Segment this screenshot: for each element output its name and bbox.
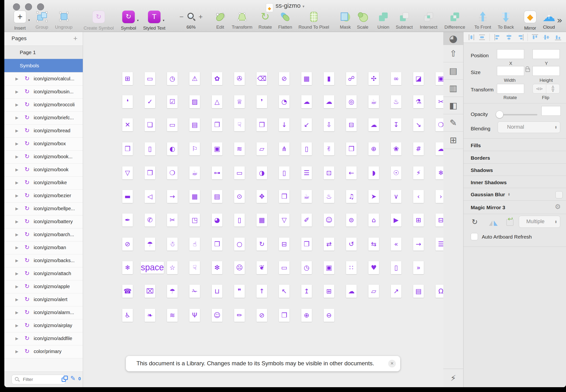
symbol-list-item[interactable]: ▶↻icon/gizmo/busin...	[4, 86, 83, 98]
symbol-card-folder[interactable]: ▱	[257, 142, 267, 155]
selection-button[interactable]: ◧	[443, 97, 463, 114]
symbol-card-layers-2[interactable]: ⊡	[324, 167, 334, 179]
symbol-card-import[interactable]: ↧	[391, 118, 401, 131]
intersect-button[interactable]: Intersect	[417, 11, 440, 30]
symbol-card-unlock[interactable]: ⊔	[212, 285, 222, 298]
symbol-card-waves[interactable]: ≋	[234, 142, 245, 155]
symbol-card-cloud-up[interactable]: ☁	[346, 285, 357, 298]
symbol-card-airplay[interactable]: ▭	[145, 72, 155, 85]
symbol-card-doc-cup[interactable]: ❐	[212, 118, 222, 131]
symbol-card-user[interactable]: Ω	[435, 285, 443, 298]
symbol-card-flag[interactable]: ⚐	[189, 142, 200, 155]
disclosure-triangle-icon[interactable]: ▶	[15, 336, 18, 341]
symbol-card-doc-flag[interactable]: ❐	[301, 238, 312, 251]
symbol-card-layers[interactable]: ☰	[301, 167, 312, 179]
position-x-input[interactable]	[497, 49, 524, 59]
flatten-button[interactable]: Flatten	[276, 11, 294, 30]
symbol-card-wheelchair[interactable]: ♿	[122, 309, 133, 322]
symbol-card-loop[interactable]: ⇆	[368, 238, 379, 251]
symbol-card-snowflake[interactable]: ❄	[122, 261, 133, 274]
artboard-preview-button[interactable]: ▥	[443, 80, 463, 97]
symbol-card-bulb[interactable]: ☉	[391, 167, 401, 179]
edit-button[interactable]: Edit	[212, 11, 228, 30]
symbol-card-beer[interactable]: ▯	[234, 213, 245, 226]
symbol-card-wind[interactable]: ≋	[167, 309, 178, 322]
print-button[interactable]: ▤	[443, 62, 463, 80]
group-button[interactable]: Group	[33, 11, 51, 30]
symbol-card-circle[interactable]: ○	[234, 238, 245, 251]
symbol-card-battery-side[interactable]: ▬	[122, 190, 133, 203]
symbol-card-save[interactable]: ▣	[212, 142, 222, 155]
add-page-button[interactable]: +	[73, 34, 77, 42]
flip-vertical-icon[interactable]: ⊲⊳	[549, 82, 558, 96]
symbol-list-item[interactable]: ▶↻icon/gizmo/book...	[4, 151, 83, 164]
symbol-card-lemon[interactable]: ◗	[368, 167, 379, 179]
symbol-card-pencil-off[interactable]: ⊘	[257, 309, 267, 322]
symbol-card-hand-down[interactable]: ☟	[189, 261, 200, 274]
symbol-card-woman[interactable]: ☺	[212, 309, 222, 322]
chevron-updown-icon[interactable]: ▴▾	[508, 193, 510, 196]
symbol-card-cheese[interactable]: ▨	[189, 95, 200, 108]
disclosure-triangle-icon[interactable]: ▶	[15, 349, 18, 354]
symbol-card-cups[interactable]: ♨	[324, 190, 334, 203]
align-bottom-icon[interactable]	[554, 34, 562, 41]
symbol-card-umbrella[interactable]: ☂	[167, 285, 178, 298]
symbol-card-sad-face[interactable]: ☹	[234, 261, 245, 274]
distribute-vertical-icon[interactable]	[479, 34, 486, 41]
symbol-card-arrow-up[interactable]: ↑	[257, 285, 267, 298]
symbol-card-fridge[interactable]: ▯	[301, 142, 312, 155]
round-to-pixel-button[interactable]: Round To Pixel	[296, 11, 332, 30]
mask-button[interactable]: Mask	[337, 11, 354, 30]
symbol-card-picture[interactable]: ◳	[189, 213, 200, 226]
symbol-card-cut[interactable]: ✂	[435, 95, 443, 108]
symbol-list-item[interactable]: ▶↻icon/gizmo/bike	[4, 177, 83, 190]
symbol-card-microwave[interactable]: ▤	[212, 190, 222, 203]
pages-panel-icon[interactable]	[62, 376, 68, 382]
symbol-card-undo[interactable]: ↺	[346, 238, 357, 251]
align-top-icon[interactable]	[531, 34, 538, 41]
symbol-card-copy[interactable]: ❐	[122, 142, 133, 155]
symbol-card-chip[interactable]: ▦	[189, 190, 200, 203]
symbol-list-item[interactable]: ▶↻icon/gizmo/calcul...	[4, 73, 83, 86]
lock-icon[interactable]	[525, 69, 530, 72]
symbol-card-barchart[interactable]: ▦	[301, 72, 312, 85]
symbol-card-key[interactable]: ⊶	[212, 167, 222, 179]
symbol-card-wine-star[interactable]: Ψ	[189, 309, 200, 322]
symbol-card-cloud-bolt[interactable]: ⚡	[413, 167, 424, 179]
symbol-card-pen-nib[interactable]: ✒	[122, 213, 133, 226]
transform-button[interactable]: Transform	[229, 11, 256, 30]
canvas[interactable]: ⊞▭◷⚠✿✇⌫⊘▦▮☍✣∞◪▣❛✓☑▨△♕❜◔☁☁◎☕♨⚗✂✕❏▭▤❐☟❒↓↙⇩…	[83, 32, 443, 387]
symbol-card-drop[interactable]: ❍	[435, 118, 443, 131]
blending-dropdown[interactable]: Normal ▴▾	[498, 121, 560, 133]
symbol-card-unlink[interactable]: ✁	[189, 285, 200, 298]
symbol-card-scanner[interactable]: ▯	[145, 142, 155, 155]
symbol-card-attach[interactable]: ✇	[234, 72, 245, 85]
symbol-card-close[interactable]: ✕	[122, 118, 133, 131]
align-center-horizontal-icon[interactable]	[505, 34, 513, 41]
symbol-card-chef-hat[interactable]: ♕	[234, 95, 245, 108]
symbol-card-sparkle-glass[interactable]: ❇	[212, 261, 222, 274]
disclosure-triangle-icon[interactable]: ▶	[15, 284, 18, 289]
rotate-button[interactable]: ↻ Rotate	[256, 11, 275, 30]
symbol-card-plant[interactable]: ❦	[257, 261, 267, 274]
align-right-icon[interactable]	[517, 34, 524, 41]
symbol-card-zoom-in[interactable]: ⊕	[301, 309, 312, 322]
borders-section[interactable]: Borders	[471, 155, 490, 161]
symbol-card-mp3-file[interactable]: ❒	[279, 190, 290, 203]
symbol-card-quote[interactable]: ❞	[234, 285, 245, 298]
symbol-card-move[interactable]: ✥	[257, 190, 267, 203]
symbol-card-music[interactable]: ♫	[346, 190, 357, 203]
difference-button[interactable]: Difference	[442, 11, 468, 30]
symbol-list-item[interactable]: ▶↻icon/gizmo/airplay	[4, 319, 83, 332]
close-icon[interactable]: ✕	[388, 360, 396, 367]
symbol-card-doc-file[interactable]: ❒	[257, 118, 267, 131]
symbol-card-backspace[interactable]: ⌫	[257, 72, 267, 85]
symbol-card-strawberry[interactable]: ♥	[368, 261, 379, 274]
zoom-in-icon[interactable]: +	[199, 13, 203, 21]
add-image-button[interactable]: ⊞	[443, 132, 463, 149]
position-y-input[interactable]	[533, 49, 560, 59]
symbol-list-item[interactable]: ▶↻color/primary	[4, 345, 83, 358]
symbol-card-gif-file[interactable]: ❒	[346, 142, 357, 155]
symbol-list-item[interactable]: ▶↻icon/gizmo/barch...	[4, 228, 83, 241]
symbol-card-arrow-right[interactable]: →	[413, 238, 424, 251]
